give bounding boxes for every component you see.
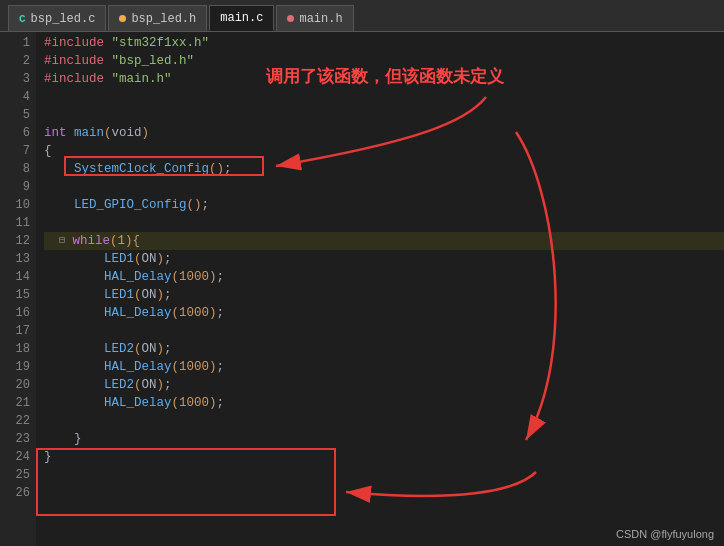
code-line-3: #include "main.h" bbox=[44, 70, 724, 88]
code-line-4 bbox=[44, 88, 724, 106]
code-line-13: LED1(ON); bbox=[44, 250, 724, 268]
tab-main-h[interactable]: main.h bbox=[276, 5, 353, 31]
tab-bsp-led-h-label: bsp_led.h bbox=[131, 12, 196, 26]
code-line-12: ⊟ while(1){ bbox=[44, 232, 724, 250]
tab-c-icon: C bbox=[19, 13, 26, 25]
tab-bar: C bsp_led.c bsp_led.h main.c main.h bbox=[0, 0, 724, 32]
tab-main-h-dot bbox=[287, 15, 294, 22]
tab-main-c-label: main.c bbox=[220, 11, 263, 25]
code-line-19: HAL_Delay(1000); bbox=[44, 358, 724, 376]
code-line-11 bbox=[44, 214, 724, 232]
code-line-21: HAL_Delay(1000); bbox=[44, 394, 724, 412]
tab-bsp-led-c[interactable]: C bsp_led.c bbox=[8, 5, 106, 31]
code-line-15: LED1(ON); bbox=[44, 286, 724, 304]
tab-main-h-label: main.h bbox=[299, 12, 342, 26]
code-line-17 bbox=[44, 322, 724, 340]
code-line-7: { bbox=[44, 142, 724, 160]
tab-main-c[interactable]: main.c bbox=[209, 5, 274, 31]
code-line-10: LED_GPIO_Config(); bbox=[44, 196, 724, 214]
code-area[interactable]: #include "stm32f1xx.h" #include "bsp_led… bbox=[36, 32, 724, 546]
code-line-14: HAL_Delay(1000); bbox=[44, 268, 724, 286]
code-line-25 bbox=[44, 466, 724, 484]
code-line-9 bbox=[44, 178, 724, 196]
code-line-26 bbox=[44, 484, 724, 502]
line-numbers: 12345 678910 1112131415 1617181920 21222… bbox=[0, 32, 36, 546]
code-line-16: HAL_Delay(1000); bbox=[44, 304, 724, 322]
code-line-6: int main(void) bbox=[44, 124, 724, 142]
code-line-20: LED2(ON); bbox=[44, 376, 724, 394]
code-line-18: LED2(ON); bbox=[44, 340, 724, 358]
code-line-24: } bbox=[44, 448, 724, 466]
code-line-1: #include "stm32f1xx.h" bbox=[44, 34, 724, 52]
code-line-8: SystemClock_Config(); bbox=[44, 160, 724, 178]
code-line-22 bbox=[44, 412, 724, 430]
tab-bsp-led-h[interactable]: bsp_led.h bbox=[108, 5, 207, 31]
tab-bsp-led-c-label: bsp_led.c bbox=[31, 12, 96, 26]
watermark: CSDN @flyfuyulong bbox=[616, 528, 714, 540]
code-line-2: #include "bsp_led.h" bbox=[44, 52, 724, 70]
code-line-23: } bbox=[44, 430, 724, 448]
editor: 12345 678910 1112131415 1617181920 21222… bbox=[0, 32, 724, 546]
code-line-5 bbox=[44, 106, 724, 124]
tab-modified-dot bbox=[119, 15, 126, 22]
